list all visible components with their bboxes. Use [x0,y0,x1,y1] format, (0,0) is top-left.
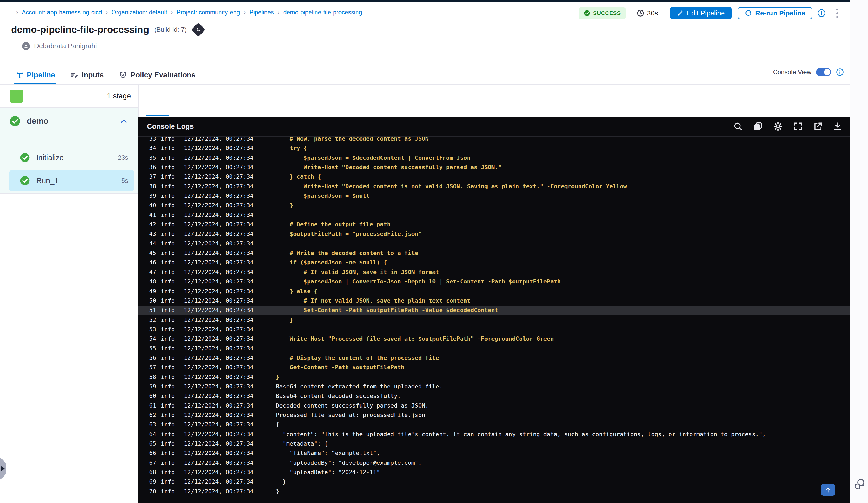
log-timestamp: 12/12/2024, 00:27:34 [184,212,254,218]
log-line: 62 info 12/12/2024, 00:27:34 Processed f… [138,411,850,420]
info-icon[interactable] [817,9,826,17]
log-message: Processed file saved at: processedFile.j… [276,412,425,418]
git-experience-icon [191,23,205,37]
pipeline-icon [16,71,24,79]
tab-policy-evaluations[interactable]: Policy Evaluations [119,71,195,79]
open-in-new-icon[interactable] [813,122,823,132]
log-timestamp: 12/12/2024, 00:27:34 [184,392,254,399]
byline: Debabrata Panigrahi [22,42,97,50]
duration-text: 30s [647,9,658,17]
log-line: 70 info 12/12/2024, 00:27:34 } [138,487,850,496]
log-line: 64 info 12/12/2024, 00:27:34 "content": … [138,430,850,439]
log-line-number: 45 [146,250,156,256]
log-timestamp: 12/12/2024, 00:27:34 [184,440,254,447]
edit-pipeline-label: Edit Pipeline [687,9,725,17]
more-options-menu[interactable] [835,8,839,19]
expand-panel-handle[interactable] [0,458,6,480]
log-line-number: 47 [146,269,156,275]
log-line-number: 64 [146,431,156,438]
log-message: Base64 content decoded successfully. [276,392,401,399]
log-message: Set-Content -Path $outputFilePath -Value… [276,307,498,313]
edit-pipeline-button[interactable]: Edit Pipeline [670,7,732,19]
log-timestamp: 12/12/2024, 00:27:34 [184,278,254,285]
stage-count-label: 1 stage [107,92,131,100]
log-line: 48 info 12/12/2024, 00:27:34 $parsedJson… [138,277,850,287]
breadcrumb-item: › Project: community-eng [167,9,240,16]
log-line: 60 info 12/12/2024, 00:27:34 Base64 cont… [138,391,850,401]
copy-icon[interactable] [753,122,763,132]
download-icon[interactable] [833,122,843,132]
log-timestamp: 12/12/2024, 00:27:34 [184,383,254,390]
nav-tabs: Pipeline Inputs Policy Evaluations [16,67,196,83]
log-message: Decoded content successfully parsed as J… [276,402,429,409]
duration-group: 30s [637,9,658,17]
console-view-info-icon[interactable] [836,68,844,76]
console-logs-title: Console Logs [147,123,194,130]
log-line-number: 33 [146,137,156,142]
log-line: 56 info 12/12/2024, 00:27:34 # Display t… [138,354,850,363]
log-timestamp: 12/12/2024, 00:27:34 [184,202,254,209]
log-timestamp: 12/12/2024, 00:27:34 [184,164,254,170]
log-message: try { [276,145,307,151]
step-label: Run_1 [36,177,59,185]
log-timestamp: 12/12/2024, 00:27:34 [184,488,254,495]
log-line-number: 42 [146,221,156,228]
step-row[interactable]: Run_1 5s [9,170,134,191]
log-message: $parsedJson = $decodedContent | ConvertF… [276,155,471,161]
rerun-pipeline-button[interactable]: Re-run Pipeline [738,7,812,19]
log-line: 43 info 12/12/2024, 00:27:34 $outputFile… [138,230,850,239]
log-message: "uploadDate": "2024-12-11" [276,469,380,475]
search-icon[interactable] [733,122,743,132]
breadcrumb-link[interactable]: Pipelines [249,9,274,16]
log-message: "content": "This is the uploaded file's … [276,431,766,438]
chat-bubbles-icon[interactable] [853,477,865,490]
breadcrumb-link[interactable]: Account: app-harness-ng-cicd [22,9,102,16]
chevron-up-icon[interactable] [120,117,128,125]
breadcrumb-separator: › [16,9,18,16]
tab-pipeline-label: Pipeline [27,71,55,79]
log-line-number: 61 [146,402,156,409]
fullscreen-icon[interactable] [793,122,803,132]
breadcrumb-link[interactable]: Organization: default [112,9,167,16]
breadcrumb-link[interactable]: demo-pipeline-file-processing [283,9,362,16]
step-row[interactable]: Initialize 23s [9,147,134,168]
scroll-to-top-button[interactable] [821,484,836,496]
log-line-number: 40 [146,202,156,209]
log-line: 61 info 12/12/2024, 00:27:34 Decoded con… [138,401,850,411]
tab-pipeline[interactable]: Pipeline [16,71,55,79]
log-line-number: 51 [146,307,156,313]
log-timestamp: 12/12/2024, 00:27:34 [184,240,254,247]
log-message: "fileName": "example.txt", [276,450,380,456]
log-level: info [161,137,175,142]
settings-icon[interactable] [773,122,783,132]
log-timestamp: 12/12/2024, 00:27:34 [184,374,254,380]
log-line-number: 69 [146,478,156,485]
console-view-toggle[interactable] [816,68,831,76]
breadcrumb-separator: › [171,9,173,16]
title-row: demo-pipeline-file-processing (Build Id:… [11,24,203,35]
log-line-number: 65 [146,440,156,447]
stage-header-demo[interactable]: demo [0,111,138,131]
log-line-number: 41 [146,212,156,218]
log-line: 38 info 12/12/2024, 00:27:34 Write-Host … [138,182,850,191]
breadcrumb-link[interactable]: Project: community-eng [177,9,240,16]
log-line: 54 info 12/12/2024, 00:27:34 Write-Host … [138,334,850,344]
log-level: info [161,431,175,438]
log-message: } [276,478,286,485]
log-timestamp: 12/12/2024, 00:27:34 [184,478,254,485]
log-line: 41 info 12/12/2024, 00:27:34 [138,211,850,220]
log-message: "uploadedBy": "developer@example.com", [276,460,422,466]
log-timestamp: 12/12/2024, 00:27:34 [184,137,254,142]
log-level: info [161,307,175,313]
tab-inputs-label: Inputs [82,71,104,79]
breadcrumb-separator: › [244,9,246,16]
rerun-pipeline-label: Re-run Pipeline [755,9,805,17]
log-scroll-area[interactable]: 33 info 12/12/2024, 00:27:34 # Now, pars… [138,137,850,503]
log-level: info [161,355,175,361]
log-message: } [276,316,293,323]
tab-inputs[interactable]: Inputs [70,71,104,79]
log-line-number: 43 [146,231,156,237]
check-circle-icon [583,10,590,17]
log-level: info [161,164,175,170]
log-level: info [161,364,175,370]
